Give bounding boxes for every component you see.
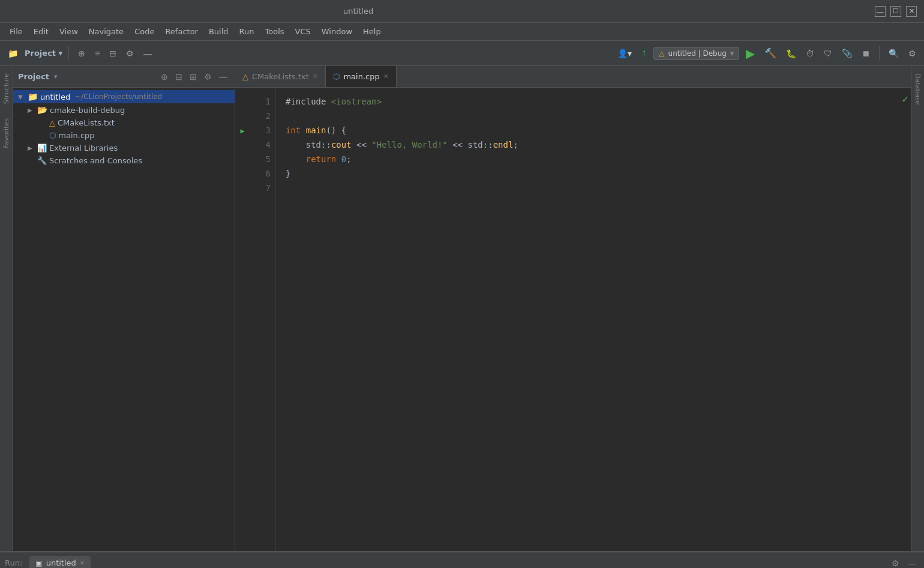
semicolon1: ; [513,138,518,153]
main-toolbar: 📁 Project ▾ ⊕ ≡ ⊟ ⚙ — 👤▾ ↑ △ untitled | … [0,41,924,66]
maincpp-tab-close[interactable]: ✕ [383,73,389,80]
run-config-arrow: ▾ [730,49,734,58]
code-line-5: return 0; [286,153,883,167]
menu-help[interactable]: Help [358,25,386,38]
code-line-6: } [286,167,883,181]
project-dropdown-arrow[interactable]: ▾ [54,73,58,80]
menu-tools[interactable]: Tools [260,25,289,38]
bottom-panel-actions: ⚙ — [889,557,919,569]
tree-root[interactable]: ▼ 📁 untitled ~/CLionProjects/untitled [13,90,235,103]
build-button[interactable]: 🔨 [761,46,779,61]
panel-collapse-all-btn[interactable]: ⊟ [173,71,185,83]
ext-libs-arrow: ▶ [28,145,35,151]
return-kw: return [306,153,341,167]
code-content[interactable]: #include <iostream> int main() { std::co… [276,88,893,551]
run-label: Run: [5,558,22,567]
search-everywhere-btn[interactable]: 🔍 [886,47,902,60]
panel-gear-btn[interactable]: ⚙ [202,71,214,83]
panel-close-btn[interactable]: — [217,71,230,83]
code-line-4: std::cout << "Hello, World!" << std::end… [286,138,883,153]
panel-header-actions: ⊕ ⊟ ⊞ ⚙ — [158,71,230,83]
line-num-7: 7 [254,181,271,196]
maincpp-label: main.cpp [58,131,94,140]
git-btn[interactable]: ↑ [638,45,650,61]
tab-cmakelists[interactable]: △ CMakeLists.txt ✕ [235,66,326,87]
list-btn[interactable]: ≡ [92,47,103,60]
title-bar: untitled — ☐ ✕ [0,0,924,23]
brace-close: } [286,167,290,181]
tree-cmakelists[interactable]: ▶ △ CMakeLists.txt [13,116,235,129]
close-button[interactable]: ✕ [906,6,917,17]
scope-op2: :: [483,138,493,153]
maximize-button[interactable]: ☐ [890,6,901,17]
profile-run-btn[interactable]: ⏱ [803,47,817,60]
cout-fn: cout [331,138,352,153]
coverage-btn[interactable]: 🛡 [821,47,835,60]
tab-maincpp[interactable]: ⬡ main.cpp ✕ [326,66,397,87]
menu-window[interactable]: Window [317,25,357,38]
toolbar-separator-2 [879,46,880,61]
std-ns2: std [467,138,482,153]
menu-view[interactable]: View [55,25,83,38]
bottom-panel: Run: ▣ untitled ✕ ⚙ — ▶ ▲ ▼ ↵ ⏹ ⟳ 🖨 🗑 📌 … [0,551,924,568]
project-panel-title: Project [18,72,49,81]
collapse-btn[interactable]: ⊟ [106,47,119,60]
std-ns: std [306,138,321,153]
run-tab-label: untitled [46,558,76,567]
stop-button[interactable]: ⏹ [859,47,873,60]
run-button[interactable]: ▶ [743,44,758,62]
line-num-5: 5 [254,153,271,167]
profile-btn[interactable]: 👤▾ [614,47,635,60]
run-tab-close[interactable]: ✕ [80,560,85,566]
include-keyword: #include [286,95,331,109]
menu-code[interactable]: Code [130,25,159,38]
scope-op: :: [321,138,331,153]
menu-run[interactable]: Run [235,25,259,38]
maincpp-icon: ⬡ [49,131,56,140]
cmake-build-arrow: ▶ [28,107,35,113]
checkmark-icon: ✓ [902,92,908,105]
project-icon-btn[interactable]: 📁 [5,47,21,60]
menu-edit[interactable]: Edit [29,25,53,38]
main-fn: main [306,124,326,138]
include-file: <iostream> [331,95,382,109]
run-arrow-3[interactable]: ▶ [235,124,250,138]
window-controls: — ☐ ✕ [875,6,917,17]
favorites-tab[interactable]: Favorites [1,111,11,156]
tree-maincpp[interactable]: ▶ ⬡ main.cpp [13,129,235,142]
debug-button[interactable]: 🐛 [783,47,799,60]
file-tree: ▼ 📁 untitled ~/CLionProjects/untitled ▶ … [13,88,235,551]
main-area: Structure Favorites Project ▾ ⊕ ⊟ ⊞ ⚙ — … [0,66,924,551]
cmakelists-tab-close[interactable]: ✕ [313,73,318,80]
right-sidebar: Database [911,66,924,551]
folder-icon: 📁 [28,92,38,101]
minimize-button[interactable]: — [875,6,886,17]
panel-minimize-btn[interactable]: — [905,557,919,569]
cmake-build-icon: 📂 [37,105,47,115]
database-tab[interactable]: Database [913,66,923,112]
attach-btn[interactable]: 📎 [839,47,855,60]
menu-navigate[interactable]: Navigate [84,25,128,38]
menu-file[interactable]: File [5,25,28,38]
run-tab[interactable]: ▣ untitled ✕ [29,556,91,568]
tree-external-libs[interactable]: ▶ 📊 External Libraries [13,142,235,154]
menu-refactor[interactable]: Refactor [160,25,203,38]
structure-tab[interactable]: Structure [1,66,11,111]
add-btn[interactable]: ⊕ [75,47,88,60]
menu-vcs[interactable]: VCS [290,25,316,38]
code-editor: ▶ ▶ ▶ ▶ ▶ ▶ ▶ 1 2 3 4 5 6 7 #incl [235,88,911,551]
close-panel-btn[interactable]: — [140,47,155,60]
settings-btn[interactable]: ⚙ [123,47,137,60]
settings-gear-btn[interactable]: ⚙ [905,47,919,60]
line-num-3: 3 [254,124,271,138]
cmakelists-icon: △ [49,118,55,127]
cmakelists-tab-icon: △ [242,72,248,81]
tree-cmake-build[interactable]: ▶ 📂 cmake-build-debug [13,103,235,116]
run-config-selector[interactable]: △ untitled | Debug ▾ [653,47,739,60]
app-title: untitled [343,7,373,16]
panel-expand-btn[interactable]: ⊞ [187,71,199,83]
menu-build[interactable]: Build [204,25,233,38]
panel-add-btn[interactable]: ⊕ [158,71,170,83]
tree-scratches[interactable]: ▶ 🔧 Scratches and Consoles [13,154,235,167]
panel-settings-btn[interactable]: ⚙ [889,557,902,569]
